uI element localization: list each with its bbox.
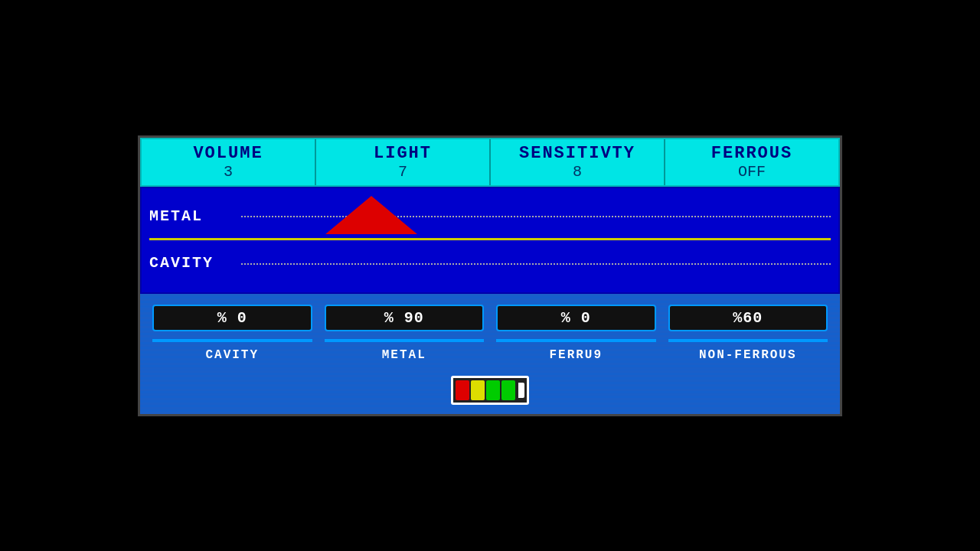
bar-container-metal: METAL	[325, 339, 485, 362]
header-cell-label: SENSITIVTY	[494, 144, 661, 163]
header-cell-light: LIGHT 7	[316, 139, 491, 185]
battery-seg-2	[486, 380, 500, 400]
outer-container: VOLUME 3 LIGHT 7 SENSITIVTY 8 FERROUS OF…	[122, 120, 858, 432]
bar-meter	[496, 339, 656, 342]
header-cell-label: FERROUS	[668, 144, 835, 163]
battery-area	[140, 370, 840, 414]
battery-segments	[456, 380, 515, 400]
header-cell-label: LIGHT	[319, 144, 486, 163]
header-cell-value: 7	[319, 163, 486, 184]
percent-label-metal: % 90	[325, 305, 485, 331]
bar-name-label: FERRU9	[549, 348, 603, 362]
metal-graph	[241, 195, 831, 237]
bar-name-label: NON-FERROUS	[699, 348, 797, 362]
header-cell-sensitivty: SENSITIVTY 8	[491, 139, 665, 185]
bar-container-nonferrous: NON-FERROUS	[668, 339, 828, 362]
battery-cap	[518, 383, 524, 398]
battery-seg-3	[501, 380, 515, 400]
header-cell-volume: VOLUME 3	[142, 139, 316, 185]
bar-container-ferru9: FERRU9	[496, 339, 656, 362]
metal-signal-row: METAL	[149, 194, 831, 240]
main-content: % 0% 90% 0%60 CAVITYMETALFERRU9NON-FERRO…	[140, 294, 840, 370]
bar-meter	[152, 339, 312, 342]
header-cell-value: 3	[145, 163, 312, 184]
header-cell-ferrous: FERROUS OFF	[665, 139, 838, 185]
metal-label: METAL	[149, 207, 241, 225]
bar-name-label: METAL	[382, 348, 426, 362]
header-bar: VOLUME 3 LIGHT 7 SENSITIVTY 8 FERROUS OF…	[140, 138, 840, 187]
display-panel: VOLUME 3 LIGHT 7 SENSITIVTY 8 FERROUS OF…	[138, 135, 842, 416]
cavity-signal-row: CAVITY	[149, 240, 831, 286]
bar-meter	[325, 339, 485, 342]
battery-widget	[451, 376, 529, 405]
metal-peak-svg	[302, 195, 440, 234]
cavity-graph	[241, 242, 831, 284]
percent-label-nonferrous: %60	[668, 305, 828, 331]
header-cell-label: VOLUME	[145, 144, 312, 163]
percent-label-cavity: % 0	[152, 305, 312, 331]
bars-row: CAVITYMETALFERRU9NON-FERROUS	[152, 339, 828, 362]
cavity-dotted-line	[241, 263, 831, 265]
signal-area: METAL CAVITY	[140, 187, 840, 294]
percent-label-ferru9: % 0	[496, 305, 656, 331]
bar-meter	[668, 339, 828, 342]
bar-name-label: CAVITY	[205, 348, 259, 362]
header-cell-value: 8	[494, 163, 661, 184]
svg-marker-0	[302, 196, 440, 234]
bar-container-cavity: CAVITY	[152, 339, 312, 362]
header-cell-value: OFF	[668, 163, 835, 184]
battery-seg-0	[456, 380, 469, 400]
battery-seg-1	[471, 380, 485, 400]
cavity-label: CAVITY	[149, 254, 241, 272]
percent-row: % 0% 90% 0%60	[152, 305, 828, 331]
